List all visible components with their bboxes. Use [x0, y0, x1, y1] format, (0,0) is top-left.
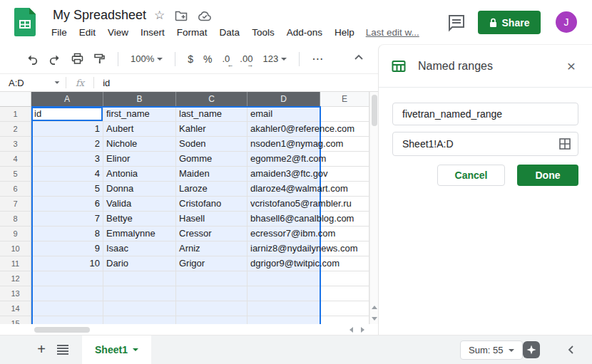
menu-data[interactable]: Data [220, 27, 240, 38]
row-header-9[interactable]: 9 [0, 227, 31, 241]
cell-B6[interactable]: Donna [103, 182, 176, 197]
column-header-C[interactable]: C [176, 92, 247, 107]
cell-B9[interactable]: Emmalynne [103, 227, 176, 241]
row-header-5[interactable]: 5 [0, 167, 31, 182]
star-icon[interactable]: ☆ [154, 9, 165, 22]
row-header-12[interactable]: 12 [0, 271, 31, 286]
row-header-6[interactable]: 6 [0, 182, 31, 197]
cell-E1[interactable] [320, 107, 369, 122]
cell-D15[interactable] [247, 316, 320, 324]
menu-addons[interactable]: Add-ons [287, 27, 322, 38]
cell-A7[interactable]: 6 [31, 197, 103, 212]
cell-B14[interactable] [103, 301, 176, 316]
cell-C10[interactable]: Arniz [176, 241, 247, 256]
vertical-scrollbar[interactable] [369, 92, 378, 324]
cell-E15[interactable] [320, 316, 369, 324]
decrease-decimal-button[interactable]: .0 ← [223, 53, 230, 64]
cancel-button[interactable]: Cancel [437, 165, 505, 186]
row-header-1[interactable]: 1 [0, 107, 31, 122]
sheet-tab-sheet1[interactable]: Sheet1 [82, 336, 151, 364]
cell-C2[interactable]: Kahler [176, 122, 247, 137]
cell-B13[interactable] [103, 286, 176, 301]
cell-A15[interactable] [31, 316, 103, 324]
row-header-14[interactable]: 14 [0, 301, 31, 316]
cell-A9[interactable]: 8 [31, 227, 103, 241]
comment-history-icon[interactable] [446, 13, 466, 33]
cell-C11[interactable]: Grigor [176, 256, 247, 271]
column-header-D[interactable]: D [247, 92, 320, 107]
cell-D5[interactable]: amaiden3@ftc.gov [247, 167, 320, 182]
cell-A11[interactable]: 10 [31, 256, 103, 271]
column-header-A[interactable]: A [31, 92, 103, 107]
cell-B4[interactable]: Elinor [103, 152, 176, 167]
cloud-saved-icon[interactable] [198, 11, 212, 21]
row-header-2[interactable]: 2 [0, 122, 31, 137]
scroll-left-icon[interactable] [349, 327, 353, 333]
cell-D4[interactable]: egomme2@ft.com [247, 152, 320, 167]
menu-edit[interactable]: Edit [79, 27, 96, 38]
cell-C12[interactable] [176, 271, 247, 286]
cell-D2[interactable]: akahler0@reference.com [247, 122, 320, 137]
cell-B3[interactable]: Nichole [103, 137, 176, 152]
last-edit-link[interactable]: Last edit w... [366, 27, 419, 38]
cell-D1[interactable]: email [247, 107, 320, 122]
paint-format-icon[interactable] [93, 53, 106, 65]
menu-format[interactable]: Format [177, 27, 208, 38]
cell-A13[interactable] [31, 286, 103, 301]
share-button[interactable]: Share [478, 11, 541, 34]
cell-C4[interactable]: Gomme [176, 152, 247, 167]
menu-insert[interactable]: Insert [141, 27, 165, 38]
cell-C7[interactable]: Cristofano [176, 197, 247, 212]
cell-C9[interactable]: Cressor [176, 227, 247, 241]
vertical-scrollbar-thumb[interactable] [372, 95, 377, 126]
cell-A14[interactable] [31, 301, 103, 316]
cell-C5[interactable]: Maiden [176, 167, 247, 182]
cell-A2[interactable]: 1 [31, 122, 103, 137]
cell-D11[interactable]: dgrigor9@twitpic.com [247, 256, 320, 271]
sum-badge[interactable]: Sum: 55 [460, 340, 523, 360]
close-icon[interactable]: × [563, 59, 579, 73]
cell-D7[interactable]: vcristofano5@rambler.ru [247, 197, 320, 212]
row-header-7[interactable]: 7 [0, 197, 31, 212]
cell-B11[interactable]: Dario [103, 256, 176, 271]
select-data-range-icon[interactable] [558, 137, 571, 150]
row-header-13[interactable]: 13 [0, 286, 31, 301]
row-header-10[interactable]: 10 [0, 241, 31, 256]
menu-view[interactable]: View [108, 27, 128, 38]
zoom-select[interactable]: 100% [131, 53, 163, 64]
column-header-B[interactable]: B [103, 92, 176, 107]
cell-B5[interactable]: Antonia [103, 167, 176, 182]
cell-E13[interactable] [320, 286, 369, 301]
chevron-left-icon[interactable] [568, 345, 576, 355]
increase-decimal-button[interactable]: .00 → [240, 53, 252, 64]
undo-icon[interactable] [26, 53, 39, 65]
range-name-input[interactable] [392, 103, 578, 125]
cell-B7[interactable]: Valida [103, 197, 176, 212]
cell-A12[interactable] [31, 271, 103, 286]
cell-D8[interactable]: bhasell6@canalblog.com [247, 212, 320, 227]
cell-B1[interactable]: first_name [103, 107, 176, 122]
cell-C14[interactable] [176, 301, 247, 316]
horizontal-scrollbar[interactable] [0, 324, 378, 335]
scroll-down-icon[interactable] [372, 317, 377, 321]
cell-E14[interactable] [320, 301, 369, 316]
avatar[interactable]: J [556, 11, 577, 33]
redo-icon[interactable] [49, 53, 61, 65]
cell-D13[interactable] [247, 286, 320, 301]
sheets-logo-icon[interactable] [14, 8, 36, 36]
cell-A8[interactable]: 7 [31, 212, 103, 227]
cell-A1[interactable]: id [31, 107, 103, 122]
menu-tools[interactable]: Tools [252, 27, 275, 38]
cell-C1[interactable]: last_name [176, 107, 247, 122]
cell-B8[interactable]: Bettye [103, 212, 176, 227]
row-header-11[interactable]: 11 [0, 256, 31, 271]
cell-D12[interactable] [247, 271, 320, 286]
scroll-right-icon[interactable] [361, 327, 364, 333]
cell-D14[interactable] [247, 301, 320, 316]
cell-C3[interactable]: Soden [176, 137, 247, 152]
explore-button[interactable] [523, 341, 540, 358]
all-sheets-icon[interactable] [57, 345, 68, 355]
scroll-up-icon[interactable] [372, 306, 377, 309]
cell-C13[interactable] [176, 286, 247, 301]
cell-A4[interactable]: 3 [31, 152, 103, 167]
